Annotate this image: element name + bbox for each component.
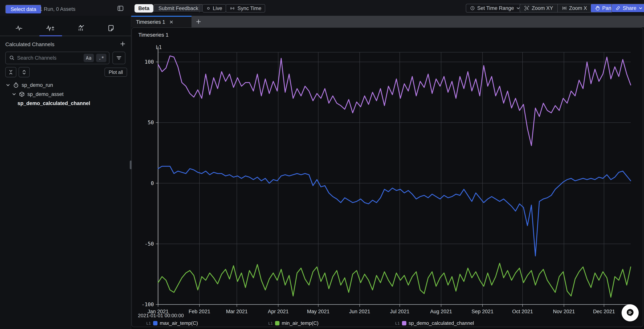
svg-text:May 2021: May 2021 <box>307 309 330 314</box>
sidebar-tabs-underline <box>0 36 131 36</box>
tab-strip: Timeseries 1 <box>131 16 644 27</box>
plot-all-button[interactable]: Plot all <box>104 68 127 77</box>
svg-text:Oct 2021: Oct 2021 <box>512 309 533 314</box>
legend-group-label: L1 <box>395 321 400 326</box>
tab-rules-chart-icon[interactable] <box>74 22 89 35</box>
live-dot-icon <box>206 6 210 10</box>
set-time-range-label: Set Time Range <box>477 5 514 11</box>
share-label: Share <box>623 5 636 11</box>
legend-item-max-air-temp[interactable]: L1 max_air_temp(C) <box>146 320 198 326</box>
zoom-xy-button[interactable]: Zoom XY <box>520 4 557 12</box>
svg-text:Mar 2021: Mar 2021 <box>226 309 248 314</box>
beta-badge: Beta <box>134 4 153 12</box>
legend-color-chip <box>402 321 406 326</box>
sidebar-tab-bar <box>0 22 131 35</box>
tab-timeseries-1[interactable]: Timeseries 1 <box>131 16 192 27</box>
timeseries-plot[interactable]: 100500-50-100Jan 2021Feb 2021Mar 2021Apr… <box>132 28 643 327</box>
chart-title: Timeseries 1 <box>138 32 168 38</box>
tab-label: Timeseries 1 <box>136 19 165 25</box>
sidebar-active-tab-indicator <box>39 35 62 36</box>
share-button[interactable]: Share <box>611 4 644 12</box>
zoom-x-label: Zoom X <box>569 5 587 11</box>
tab-channels-icon[interactable] <box>12 22 26 35</box>
tree-asset-label: sp_demo_asset <box>27 91 64 97</box>
x-axis-start-timestamp: 2021-01-01 00:00:00 <box>138 313 184 318</box>
chevron-down-icon[interactable] <box>6 83 10 88</box>
svg-text:-50: -50 <box>144 241 154 247</box>
sidebar-toggle-icon[interactable] <box>117 5 124 12</box>
svg-text:Jun 2021: Jun 2021 <box>349 309 370 314</box>
svg-text:0: 0 <box>151 180 154 186</box>
tab-notes-icon[interactable] <box>104 22 119 35</box>
hand-pan-icon <box>595 6 600 11</box>
svg-text:Nov 2021: Nov 2021 <box>553 309 575 314</box>
legend-color-chip <box>275 321 280 326</box>
svg-text:Dec 2021: Dec 2021 <box>593 309 615 314</box>
legend-group-label: L1 <box>146 321 151 326</box>
filter-button[interactable] <box>112 52 126 64</box>
search-icon <box>9 55 15 61</box>
zoom-x-button[interactable]: Zoom X <box>557 4 592 12</box>
stopwatch-icon <box>13 82 19 88</box>
tree-item-run[interactable]: sp_demo_run <box>6 81 53 90</box>
legend-color-chip <box>153 321 158 326</box>
broadcast-icon <box>230 6 235 11</box>
tree-item-calculated-channel[interactable]: sp_demo_calculated_channel <box>18 99 90 108</box>
channel-search-box: Aa .* <box>5 52 110 64</box>
expand-all-button[interactable] <box>18 67 30 77</box>
close-tab-icon[interactable] <box>169 20 174 24</box>
match-case-button[interactable]: Aa <box>84 54 94 62</box>
pan-label: Pan <box>602 5 611 11</box>
svg-text:Apr 2021: Apr 2021 <box>268 309 289 314</box>
add-tab-button[interactable] <box>195 18 202 25</box>
submit-feedback-button[interactable]: Submit Feedback <box>154 4 203 12</box>
panel-divider <box>131 16 131 329</box>
clock-icon <box>470 6 475 11</box>
help-chat-button[interactable] <box>622 304 639 322</box>
sync-time-label: Sync Time <box>238 6 262 12</box>
zoom-xy-icon <box>524 6 530 11</box>
sync-time-button[interactable]: Sync Time <box>226 4 265 12</box>
chart-panel: Timeseries 1 L1 100500-50-100Jan 2021Feb… <box>132 27 643 327</box>
svg-text:-100: -100 <box>142 302 154 307</box>
sidebar-header: Calculated Channels <box>5 42 54 48</box>
zoom-pan-segmented-control: Zoom XY Zoom X Pan <box>520 4 616 12</box>
legend-item-calculated-channel[interactable]: L1 sp_demo_calculated_channel <box>395 320 474 326</box>
regex-button[interactable]: .* <box>96 54 106 62</box>
select-data-button[interactable]: Select data <box>5 5 42 14</box>
svg-text:Feb 2021: Feb 2021 <box>189 309 210 314</box>
svg-text:100: 100 <box>144 59 154 65</box>
link-icon <box>616 6 620 11</box>
zoom-x-icon <box>562 6 567 11</box>
live-label: Live <box>213 6 222 12</box>
chevron-down-icon[interactable] <box>12 92 16 96</box>
add-calculated-channel-button[interactable] <box>119 40 126 47</box>
tree-run-label: sp_demo_run <box>22 82 53 88</box>
tree-item-asset[interactable]: sp_demo_asset <box>12 90 64 98</box>
legend-label: max_air_temp(C) <box>160 320 198 326</box>
legend-group-label: L1 <box>268 321 273 326</box>
svg-text:Sep 2021: Sep 2021 <box>472 309 494 314</box>
set-time-range-button[interactable]: Set Time Range <box>466 4 524 12</box>
svg-text:Aug 2021: Aug 2021 <box>430 309 452 314</box>
legend-label: min_air_temp(C) <box>282 320 318 326</box>
collapse-all-button[interactable] <box>5 67 16 77</box>
tab-calculated-channels-icon[interactable] <box>43 22 58 35</box>
asset-cube-icon <box>19 91 25 97</box>
runs-assets-summary: 1 Run, 0 Assets <box>40 6 76 12</box>
search-input[interactable] <box>17 55 81 61</box>
svg-text:50: 50 <box>148 120 154 125</box>
chevron-down-icon <box>639 7 642 10</box>
tree-channel-label: sp_demo_calculated_channel <box>18 100 90 106</box>
zoom-xy-label: Zoom XY <box>532 5 553 11</box>
topbar-divider <box>199 4 200 12</box>
sidebar: Calculated Channels Aa .* <box>0 16 131 329</box>
live-button[interactable]: Live <box>202 4 226 12</box>
svg-text:Jul 2021: Jul 2021 <box>390 309 410 314</box>
chat-bubble-icon <box>624 307 636 318</box>
app-window: Select data 1 Run, 0 Assets Beta Submit … <box>0 0 644 329</box>
legend-item-min-air-temp[interactable]: L1 min_air_temp(C) <box>268 320 318 326</box>
top-bar: Select data 1 Run, 0 Assets Beta Submit … <box>0 0 644 16</box>
legend-label: sp_demo_calculated_channel <box>409 320 474 326</box>
y-axis-group-label: L1 <box>156 44 162 50</box>
